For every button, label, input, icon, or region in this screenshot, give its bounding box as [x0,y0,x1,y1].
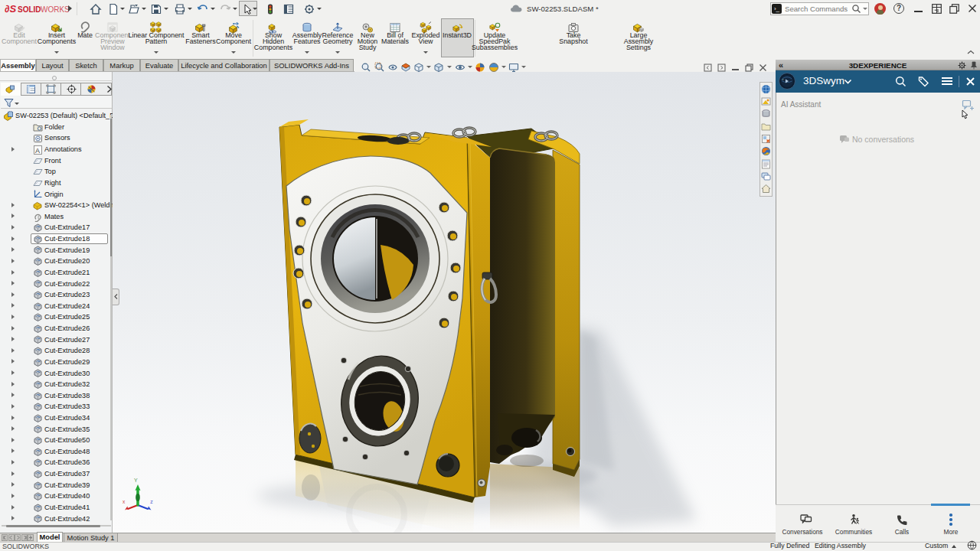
svg-text:WORKS: WORKS [41,5,70,14]
svg-text:∂S: ∂S [5,3,16,15]
svg-text:A: A [35,146,40,154]
svg-text:SOLID: SOLID [18,5,41,14]
svg-text:z: z [150,500,153,505]
svg-text:Y: Y [134,478,138,483]
svg-text:x: x [122,499,126,504]
